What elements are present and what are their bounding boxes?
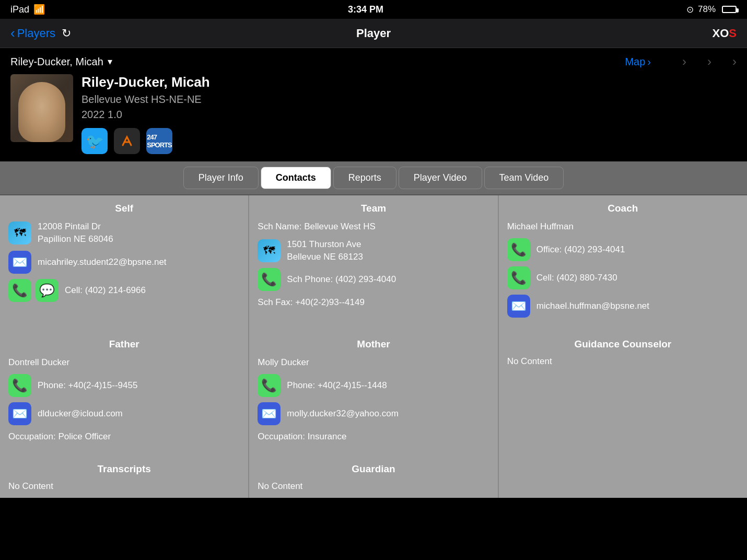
father-phone-icon[interactable]: 📞 [8,374,31,397]
coach-name: Michael Huffman [507,220,574,233]
father-mail-icon[interactable]: ✉️ [8,402,31,425]
player-dropdown[interactable]: Riley-Ducker, Micah ▾ [10,56,112,68]
brand-s: S [729,27,737,40]
status-bar: iPad 📶 3:34 PM ⊙ 78% [0,0,747,19]
contacts-grid-row1: Self 🗺 12008 Pintail DrPapillion NE 6804… [0,194,747,331]
map-label: Map [625,56,645,68]
father-email-row: ✉️ dlducker@icloud.com [8,402,240,425]
self-cell: Self 🗺 12008 Pintail DrPapillion NE 6804… [0,195,248,331]
tab-reports[interactable]: Reports [333,167,396,189]
coach-office-icon[interactable]: 📞 [507,238,530,261]
mother-email-row: ✉️ molly.ducker32@yahoo.com [258,402,489,425]
status-time: 3:34 PM [348,4,383,15]
guidance-no-content: No Content [507,356,552,367]
nav-arrows: › › › [682,54,737,69]
back-label: Players [17,27,55,40]
self-title: Self [8,203,240,214]
transcripts-no-content: No Content [8,481,53,491]
player-header: Riley-Ducker, Micah ▾ Map › › › › Riley-… [0,48,747,161]
tab-contacts[interactable]: Contacts [261,167,331,189]
twitter-button[interactable]: 🐦 [81,128,108,154]
back-button[interactable]: ‹ Players [10,25,55,41]
wifi-icon: 📶 [33,4,45,15]
mother-mail-icon[interactable]: ✉️ [258,402,281,425]
team-school-name: Sch Name: Bellevue West HS [258,220,376,233]
empty-cell [499,456,747,498]
self-email-row: ✉️ micahriley.student22@bpsne.net [8,251,240,274]
brand-o: O [720,27,729,40]
map-link[interactable]: Map › [625,56,651,68]
team-fax-row: Sch Fax: +40(2-2)93--4149 [258,296,489,309]
father-name-row: Dontrell Ducker [8,356,240,369]
mother-email: molly.ducker32@yahoo.com [287,407,398,420]
coach-office: Office: (402) 293-4041 [536,243,625,256]
247sports-button[interactable]: 247SPORTS [146,128,172,154]
self-phone-icon[interactable]: 📞 [8,279,31,302]
device-label: iPad [10,4,29,15]
contacts-grid-row3: Transcripts No Content Guardian No Conte… [0,456,747,498]
reload-button[interactable]: ↻ [62,27,71,40]
mother-occupation: Occupation: Insurance [258,430,346,443]
self-mail-icon[interactable]: ✉️ [8,251,31,274]
guidance-no-content-row: No Content [507,356,739,367]
guardian-cell: Guardian No Content [249,456,497,498]
player-info-row: Riley-Ducker, Micah Bellevue West HS-NE-… [10,74,737,161]
coach-title: Coach [507,203,739,214]
prev-arrow[interactable]: › [682,54,686,69]
team-address-row: 🗺 1501 Thurston AveBellevue NE 68123 [258,238,489,263]
team-school-name-row: Sch Name: Bellevue West HS [258,220,489,233]
transcripts-cell: Transcripts No Content [0,456,248,498]
contacts-grid-row2: Father Dontrell Ducker 📞 Phone: +40(2-4)… [0,331,747,457]
coach-email-row: ✉️ michael.huffman@bpsne.net [507,295,739,318]
self-address-row: 🗺 12008 Pintail DrPapillion NE 68046 [8,220,240,246]
nav-title: Player [356,27,391,40]
team-address: 1501 Thurston AveBellevue NE 68123 [287,238,363,263]
nav-bar: ‹ Players ↻ Player XOS [0,19,747,48]
nav-right: XOS [713,27,737,40]
last-arrow[interactable]: › [732,54,737,69]
mother-phone-row: 📞 Phone: +40(2-4)15--1448 [258,374,489,397]
self-message-icon[interactable]: 💬 [36,279,59,302]
rivals-button[interactable] [114,128,140,154]
mother-phone-icon[interactable]: 📞 [258,374,281,397]
father-phone: Phone: +40(2-4)15--9455 [38,379,137,392]
mother-name-row: Molly Ducker [258,356,489,369]
guardian-no-content: No Content [258,481,302,491]
team-fax: Sch Fax: +40(2-2)93--4149 [258,296,365,309]
mother-occupation-row: Occupation: Insurance [258,430,489,443]
guidance-title: Guidance Counselor [507,339,739,350]
battery-percent: 78% [698,4,716,15]
tab-team-video[interactable]: Team Video [484,167,564,189]
father-cell: Father Dontrell Ducker 📞 Phone: +40(2-4)… [0,331,248,457]
coach-cell-icon[interactable]: 📞 [507,266,530,289]
guardian-title: Guardian [258,463,489,475]
coach-mail-icon[interactable]: ✉️ [507,295,530,318]
next-arrow[interactable]: › [707,54,711,69]
father-email: dlducker@icloud.com [38,407,123,420]
tabs-bar: Player Info Contacts Reports Player Vide… [0,161,747,194]
self-phone: Cell: (402) 214-6966 [65,284,146,297]
coach-cell: Cell: (402) 880-7430 [536,272,617,284]
coach-office-row: 📞 Office: (402) 293-4041 [507,238,739,261]
tab-player-video[interactable]: Player Video [399,167,482,189]
mother-cell: Mother Molly Ducker 📞 Phone: +40(2-4)15-… [249,331,497,457]
brand-x: X [713,27,720,40]
dropdown-name: Riley-Ducker, Micah [10,56,103,68]
player-full-name: Riley-Ducker, Micah [81,74,737,90]
team-maps-icon[interactable]: 🗺 [258,239,281,262]
battery-icon [722,6,737,13]
screen-lock-icon: ⊙ [686,4,694,15]
tab-player-info[interactable]: Player Info [183,167,259,189]
maps-icon[interactable]: 🗺 [8,221,31,244]
self-phone-icons: 📞 💬 [8,279,59,302]
mother-title: Mother [258,339,489,350]
coach-cell: Coach Michael Huffman 📞 Office: (402) 29… [499,195,747,331]
father-phone-row: 📞 Phone: +40(2-4)15--9455 [8,374,240,397]
team-phone-icon[interactable]: 📞 [258,268,281,291]
team-phone: Sch Phone: (402) 293-4040 [287,273,396,286]
transcripts-title: Transcripts [8,463,240,475]
self-address: 12008 Pintail DrPapillion NE 68046 [38,220,113,246]
chevron-left-icon: ‹ [10,25,15,41]
player-name-row: Riley-Ducker, Micah ▾ Map › › › › [10,54,737,69]
self-phone-row: 📞 💬 Cell: (402) 214-6966 [8,279,240,302]
